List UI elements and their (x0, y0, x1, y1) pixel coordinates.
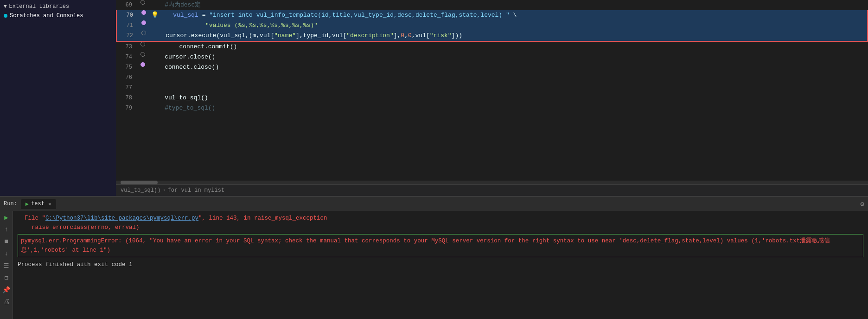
code-line-78: 78 vul_to_sql() (116, 93, 868, 103)
cyan-dot-icon (4, 14, 7, 18)
line-content-79: #type_to_sql() (148, 103, 868, 113)
gutter-73 (137, 42, 148, 46)
run-header: Run: ▶ test ✕ ⚙ (0, 197, 868, 211)
run-file-link[interactable]: C:\Python37\lib\site-packages\pymysql\er… (45, 215, 198, 221)
line-content-69: #内为desc定 (148, 0, 868, 10)
gutter-71 (138, 20, 149, 25)
line-num-71: 71 (117, 20, 138, 31)
sidebar: ▼ External Libraries Scratches and Conso… (0, 0, 116, 196)
code-line-75: 75 connect.close() (116, 62, 868, 72)
run-tab-icon: ▶ (26, 201, 29, 208)
breadcrumb-part-2: for vul in mylist (168, 187, 224, 194)
external-libraries-label: External Libraries (9, 3, 70, 10)
run-finish-text: Process finished with exit code 1 (18, 261, 133, 268)
code-line-69: 69 #内为desc定 (116, 0, 868, 10)
sidebar-item-scratches[interactable]: Scratches and Consoles (0, 11, 116, 20)
run-list-button[interactable]: ☰ (2, 261, 11, 270)
line-num-75: 75 (116, 62, 137, 72)
run-error-text: pymysql.err.ProgrammingError: (1064, "Yo… (21, 238, 830, 254)
run-line-0: File "C:\Python37\lib\site-packages\pymy… (18, 214, 863, 223)
run-error-box: pymysql.err.ProgrammingError: (1064, "Yo… (18, 234, 863, 257)
run-finish-line: Process finished with exit code 1 (18, 260, 863, 269)
breakpoint-71 (141, 20, 146, 25)
code-line-70: 70 💡 vul_sql = "insert into vul_info_tem… (116, 10, 868, 20)
line-content-75: connect.close() (148, 62, 868, 72)
gutter-72 (138, 31, 149, 35)
line-num-73: 73 (116, 42, 137, 52)
run-up-button[interactable]: ↑ (2, 225, 11, 234)
breadcrumb-sep: › (162, 187, 166, 194)
code-line-76: 76 (116, 72, 868, 83)
run-pin-button[interactable]: 📌 (2, 285, 11, 294)
line-num-69: 69 (116, 0, 137, 10)
line-content-71: "values (%s,%s,%s,%s,%s,%s,%s)" (149, 20, 867, 31)
breakpoint-75 (140, 62, 145, 67)
line-num-78: 78 (116, 93, 137, 103)
code-container: 69 #内为desc定 70 💡 vul_sql = "insert into … (116, 0, 868, 181)
scratches-label: Scratches and Consoles (10, 13, 83, 19)
code-line-79: 79 #type_to_sql() (116, 103, 868, 113)
editor-area: 69 #内为desc定 70 💡 vul_sql = "insert into … (116, 0, 868, 196)
line-num-72: 72 (117, 31, 138, 41)
line-num-70: 70 (117, 10, 138, 20)
line-num-76: 76 (116, 72, 137, 83)
code-line-72: 72 cursor.execute(vul_sql,(m,vul["name"]… (116, 31, 868, 42)
gutter-69 (137, 0, 148, 5)
line-content-73: connect.commit() (148, 42, 868, 52)
code-line-73: 73 connect.commit() (116, 42, 868, 52)
run-stop-button[interactable]: ■ (2, 237, 11, 246)
run-panel: Run: ▶ test ✕ ⚙ ▶ ↑ ■ ↓ ☰ ⊟ 📌 🖨 File "C:… (0, 196, 868, 319)
run-tree-button[interactable]: ⊟ (2, 273, 11, 282)
run-content: File "C:\Python37\lib\site-packages\pymy… (13, 211, 868, 319)
horizontal-scrollbar[interactable] (116, 181, 868, 184)
gutter-75 (137, 62, 148, 67)
breakpoint-72 (141, 31, 146, 35)
breakpoint-70 (141, 10, 146, 15)
line-num-77: 77 (116, 83, 137, 93)
code-line-71: 71 "values (%s,%s,%s,%s,%s,%s,%s)" (116, 20, 868, 31)
run-label: Run: (4, 201, 17, 207)
gutter-70 (138, 10, 149, 15)
run-down-button[interactable]: ↓ (2, 249, 11, 258)
line-content-74: cursor.close() (148, 52, 868, 62)
chevron-down-icon: ▼ (4, 4, 7, 9)
breakpoint-73 (140, 42, 145, 46)
run-tab-label: test (31, 201, 45, 207)
breakpoint-69 (140, 0, 145, 5)
run-play-button[interactable]: ▶ (2, 213, 11, 222)
code-line-74: 74 cursor.close() (116, 52, 868, 62)
run-line-1: raise errorclass(errno, errval) (18, 223, 863, 232)
run-body: ▶ ↑ ■ ↓ ☰ ⊟ 📌 🖨 File "C:\Python37\lib\si… (0, 211, 868, 319)
run-print-button[interactable]: 🖨 (2, 297, 11, 306)
breadcrumb: vul_to_sql() › for vul in mylist (116, 184, 868, 196)
line-content-78: vul_to_sql() (148, 93, 868, 103)
line-num-79: 79 (116, 103, 137, 113)
gutter-74 (137, 52, 148, 57)
line-content-72: cursor.execute(vul_sql,(m,vul["name"],ty… (149, 31, 867, 41)
line-num-74: 74 (116, 52, 137, 62)
sidebar-item-external-libraries[interactable]: ▼ External Libraries (0, 2, 116, 11)
run-tab-close[interactable]: ✕ (48, 201, 51, 208)
main-area: ▼ External Libraries Scratches and Conso… (0, 0, 868, 196)
line-content-70: 💡 vul_sql = "insert into vul_info_templa… (149, 10, 867, 20)
run-tab[interactable]: ▶ test ✕ (21, 199, 56, 209)
code-lines: 69 #内为desc定 70 💡 vul_sql = "insert into … (116, 0, 868, 181)
bulb-icon-70: 💡 (151, 12, 159, 19)
code-line-77: 77 (116, 83, 868, 93)
breakpoint-74 (140, 52, 145, 57)
settings-icon[interactable]: ⚙ (861, 200, 864, 208)
run-sidebar: ▶ ↑ ■ ↓ ☰ ⊟ 📌 🖨 (0, 211, 13, 319)
breadcrumb-part-1: vul_to_sql() (121, 187, 160, 194)
scrollbar-thumb[interactable] (121, 181, 158, 184)
